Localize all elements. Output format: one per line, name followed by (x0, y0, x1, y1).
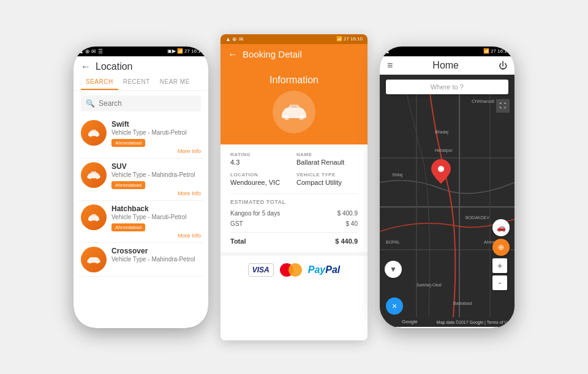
svg-text:Hebatpur: Hebatpur (435, 148, 453, 153)
vehicle-info: Crossover Vehicle Type - Mahindra-Petrol (111, 247, 201, 263)
car-mode-button[interactable]: 🚗 (492, 219, 510, 236)
paypal-logo: PayPal (308, 264, 340, 275)
location-block: LOCATION Wendouree, VIC (230, 172, 292, 186)
name-block: NAME Ballarat Renault (296, 152, 358, 166)
back-button[interactable]: ← (81, 61, 91, 72)
vehicle-info: SUV Vehicle Type - Mahindra-Petrol Ahmed… (111, 162, 201, 196)
total-value: $ 440.9 (335, 237, 358, 245)
city-tag: Ahmedabad (111, 139, 145, 147)
total-label: Total (230, 237, 246, 245)
locate-button[interactable]: ⊕ (492, 239, 510, 256)
item2-value: $ 40 (346, 220, 358, 227)
item1-value: $ 400.9 (337, 210, 358, 217)
network-3: 📶 (483, 48, 489, 54)
hamburger-menu[interactable]: ≡ (387, 60, 393, 71)
time-3: 16:10 (497, 48, 510, 54)
item2-label: GST (230, 220, 243, 227)
svg-text:BODAKDEV: BODAKDEV (466, 215, 489, 220)
visa-logo: VISA (248, 263, 274, 277)
estimated-total-label: ESTIMATED TOTAL (230, 199, 358, 205)
time-booking: 16:10 (350, 36, 363, 42)
rating-value: 4.3 (230, 159, 292, 166)
list-item[interactable]: Swift Vehicle Type - Maruti-Petrol Ahmed… (78, 116, 203, 159)
signal-icons: ⊕ ✉ ☰ (85, 48, 103, 54)
zoom-in-button[interactable]: + (492, 258, 507, 273)
location-tabs: SEARCH RECENT NEAR ME (74, 75, 208, 91)
status-icons-left: ▲ ⊕ ✉ (225, 36, 244, 42)
search-bar[interactable]: 🔍 (81, 95, 201, 111)
phone-home: ▲ 📶 27 16:10 ≡ Home ⏻ (380, 47, 514, 328)
vehicle-icon (81, 247, 107, 272)
cost-row-gst: GST $ 40 (230, 220, 358, 227)
status-icons-right-3: 📶 27 16:10 (483, 48, 510, 54)
power-button[interactable]: ⏻ (499, 61, 507, 70)
vehicle-icon (81, 162, 107, 188)
tab-search[interactable]: SEARCH (81, 75, 118, 90)
paypal-pal: Pal (325, 264, 340, 275)
battery-3: 27 (491, 48, 496, 54)
map-controls: 🚗 ⊕ + - (492, 219, 510, 290)
svg-point-4 (89, 219, 92, 221)
status-icons-right: 📶 27 16:10 (336, 36, 363, 42)
svg-point-1 (96, 134, 98, 137)
city-tag: Ahmedabad (111, 181, 145, 189)
fullscreen-button[interactable]: ⛶ (496, 99, 510, 113)
tab-recent[interactable]: RECENT (118, 75, 155, 90)
svg-text:Bhadaj: Bhadaj (435, 130, 448, 135)
location-title: Location (96, 61, 133, 72)
tab-near-me[interactable]: NEAR ME (155, 75, 195, 90)
booking-title: Booking Detail (243, 49, 302, 59)
network-info: ▣▶ 📶 (167, 48, 183, 54)
details-card: RATING 4.3 NAME Ballarat Renault LOCATIO… (221, 144, 368, 252)
filter-button[interactable]: ▼ (385, 261, 402, 278)
status-icons-left: ▲ ⊕ ✉ ☰ (78, 48, 103, 54)
more-info-link[interactable]: More Info (111, 233, 201, 239)
rating-label: RATING (230, 152, 292, 157)
vehicle-type: Vehicle Type - Maruti-Petrol (111, 214, 201, 220)
status-icons-left-3: ▲ (385, 48, 390, 54)
home-title: Home (432, 60, 459, 71)
svg-point-9 (299, 115, 304, 120)
where-to-bar[interactable]: Where to ? (386, 80, 508, 94)
back-booking-button[interactable]: ← (228, 49, 238, 60)
list-item[interactable]: SUV Vehicle Type - Mahindra-Petrol Ahmed… (78, 159, 203, 201)
vehicle-type-value: Compact Utility (296, 179, 358, 186)
map-container: Chhharodi Bhadaj Hebatpur Shilaj BOPAL B… (380, 75, 514, 327)
location-label: LOCATION (230, 172, 292, 178)
status-icons-right: ▣▶ 📶 27 16:10 (167, 48, 203, 54)
search-input[interactable] (99, 99, 196, 108)
more-info-link[interactable]: More Info (111, 190, 201, 196)
svg-point-3 (96, 176, 99, 179)
name-label: NAME (296, 152, 358, 157)
status-bar-2: ▲ ⊕ ✉ 📶 27 16:10 (221, 34, 368, 44)
battery-level: 27 (184, 48, 190, 54)
svg-text:BOPAL: BOPAL (386, 240, 400, 244)
vehicle-name: Swift (111, 120, 201, 129)
item1-label: Kangoo for 5 days (230, 210, 280, 217)
svg-point-6 (89, 261, 91, 263)
search-icon: 🔍 (86, 99, 95, 108)
svg-text:Badrabad: Badrabad (453, 301, 472, 305)
vehicle-name: Hatchback (111, 204, 201, 213)
paypal-pay: Pay (308, 264, 325, 275)
phone-location: ▲ ⊕ ✉ ☰ ▣▶ 📶 27 16:10 ← Location SEARCH … (74, 47, 208, 328)
svg-point-0 (89, 134, 92, 137)
vehicle-type: Vehicle Type - Mahindra-Petrol (111, 256, 201, 263)
location-value: Wendouree, VIC (230, 179, 292, 186)
svg-point-7 (96, 261, 99, 263)
payment-section: VISA PayPal (221, 252, 368, 284)
vehicle-name: SUV (111, 162, 201, 171)
svg-text:Sarkhej-Okaf: Sarkhej-Okaf (417, 283, 442, 288)
more-info-link[interactable]: More Info (111, 148, 201, 154)
svg-text:Chhharodi: Chhharodi (472, 99, 494, 104)
close-map-button[interactable]: × (386, 297, 403, 315)
name-value: Ballarat Renault (296, 159, 358, 166)
vehicle-icon (81, 204, 107, 230)
list-item[interactable]: Hatchback Vehicle Type - Maruti-Petrol A… (78, 201, 203, 243)
zoom-out-button[interactable]: - (492, 275, 507, 290)
alert-icon: ▲ ⊕ ✉ (225, 36, 244, 42)
svg-point-2 (89, 176, 91, 179)
list-item[interactable]: Crossover Vehicle Type - Mahindra-Petrol (78, 243, 203, 277)
map-data-text: Map data ©2017 Google | Terms of Use (437, 320, 512, 324)
rating-block: RATING 4.3 (230, 152, 292, 166)
